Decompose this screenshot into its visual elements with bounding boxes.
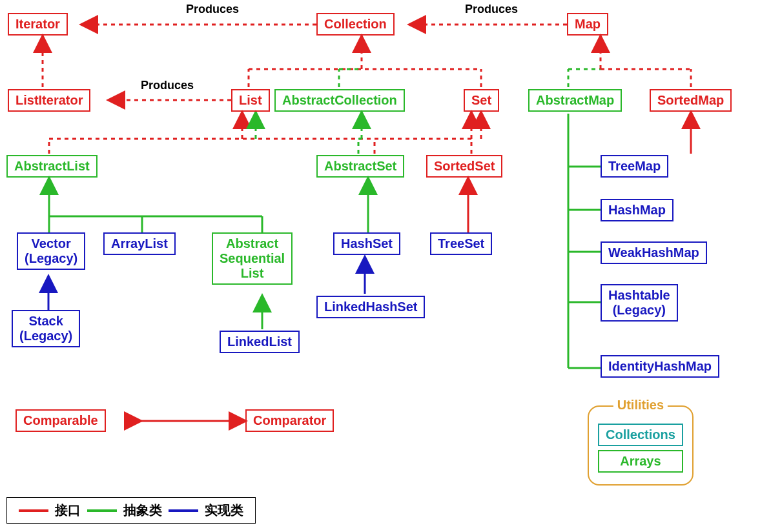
node-hashtable: Hashtable (Legacy) <box>601 284 678 322</box>
node-vector: Vector (Legacy) <box>17 232 85 270</box>
node-treeset: TreeSet <box>430 232 492 255</box>
node-stack: Stack (Legacy) <box>12 310 80 347</box>
node-abstractset: AbstractSet <box>316 155 404 178</box>
node-identityhashmap: IdentityHashMap <box>601 355 719 378</box>
node-abstractlist: AbstractList <box>6 155 98 178</box>
legend-line-interface <box>19 509 48 512</box>
node-sortedset: SortedSet <box>426 155 502 178</box>
legend-impl: 实现类 <box>205 502 243 519</box>
node-list: List <box>231 89 270 112</box>
node-set: Set <box>464 89 499 112</box>
node-comparator: Comparator <box>245 409 334 432</box>
util-arrays: Arrays <box>598 450 683 473</box>
legend-abstract: 抽象类 <box>123 502 162 519</box>
legend: 接口 抽象类 实现类 <box>6 497 256 524</box>
node-hashmap: HashMap <box>601 199 673 221</box>
label-produces-2: Produces <box>465 3 518 16</box>
node-abstractsequentiallist: Abstract Sequential List <box>212 232 293 285</box>
util-collections: Collections <box>598 424 683 446</box>
node-weakhashmap: WeakHashMap <box>601 241 707 264</box>
node-hashset: HashSet <box>333 232 400 255</box>
node-collection: Collection <box>316 13 395 36</box>
label-produces-3: Produces <box>141 79 194 92</box>
node-abstractmap: AbstractMap <box>528 89 622 112</box>
node-sortedmap: SortedMap <box>650 89 732 112</box>
node-iterator: Iterator <box>8 13 68 36</box>
legend-line-impl <box>169 509 198 512</box>
legend-line-abstract <box>87 509 117 512</box>
node-treemap: TreeMap <box>601 155 668 178</box>
node-linkedlist: LinkedList <box>220 331 300 353</box>
node-arraylist: ArrayList <box>103 232 176 255</box>
node-map: Map <box>567 13 608 36</box>
legend-interface: 接口 <box>55 502 81 519</box>
node-abstractcollection: AbstractCollection <box>274 89 405 112</box>
node-comparable: Comparable <box>15 409 106 432</box>
label-produces-1: Produces <box>186 3 239 16</box>
node-linkedhashset: LinkedHashSet <box>316 296 425 318</box>
utilities-group: Utilities Collections Arrays <box>588 405 694 486</box>
node-listiterator: ListIterator <box>8 89 90 112</box>
utilities-title: Utilities <box>613 398 668 413</box>
